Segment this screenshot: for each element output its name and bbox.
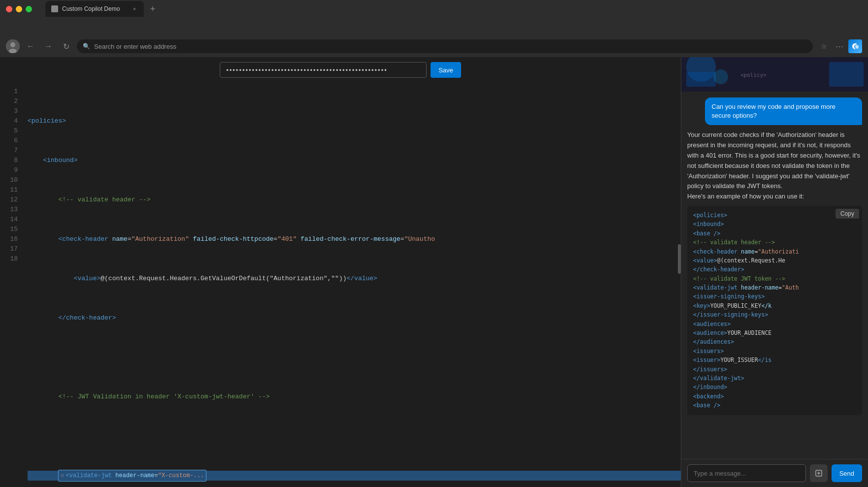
line-number: 7	[0, 146, 24, 156]
chat-messages: Can you review my code and propose more …	[681, 92, 868, 459]
code-block-line: <audience>YOUR_AUDIENCE	[693, 328, 856, 337]
code-content[interactable]: <policies> <inbound> <!-- validate heade…	[24, 83, 681, 487]
svg-rect-7	[829, 62, 864, 87]
tab-favicon	[51, 5, 58, 12]
ai-message-text: Your current code checks if the 'Authori…	[687, 130, 862, 202]
edge-icon	[848, 39, 862, 53]
code-area[interactable]: 1 2 3 4 5 6 7 8 9 10 11 12 13 14 15 16 1…	[0, 83, 681, 487]
code-block-line: <issuer>YOUR_ISSUER</is	[693, 356, 856, 364]
code-line-8: <!-- JWT Validation in header 'X-custom-…	[28, 392, 681, 402]
line-number: 4	[0, 116, 24, 126]
code-block-line: </issuers>	[693, 365, 856, 374]
line-number: 2	[0, 97, 24, 106]
more-button[interactable]: ⋯	[833, 39, 846, 53]
code-block-line: <inbound>	[693, 220, 856, 228]
forward-button[interactable]: →	[41, 39, 55, 53]
svg-point-6	[713, 69, 728, 84]
code-line-4: <check-header name="Authorization" faile…	[28, 234, 681, 244]
address-bar[interactable]: 🔍 Search or enter web address	[77, 39, 813, 53]
line-number: 12	[0, 195, 24, 205]
code-block: Copy <policies> <inbound> <base /> <!-- …	[687, 206, 862, 415]
code-block-line: <base />	[693, 401, 856, 410]
traffic-light-minimize[interactable]	[16, 6, 22, 12]
code-line-9	[28, 431, 681, 441]
scroll-thumb[interactable]	[678, 244, 681, 274]
code-block-line: <!-- validate header -->	[693, 238, 856, 247]
code-block-line: <policies>	[693, 211, 856, 220]
chat-input[interactable]	[687, 464, 806, 482]
code-block-line: <key>YOUR_PUBLIC_KEY</k	[693, 301, 856, 310]
code-editor: Save 1 2 3 4 5 6 7 8 9 10 11 12 13 14 15…	[0, 57, 681, 487]
tab-close-button[interactable]: ×	[131, 5, 138, 12]
code-line-5: <value>@(context.Request.Headers.GetValu…	[28, 274, 681, 284]
code-line-7	[28, 353, 681, 362]
line-number: 10	[0, 175, 24, 185]
line-number: 11	[0, 185, 24, 195]
line-number: 14	[0, 215, 24, 225]
favorites-button[interactable]: ☆	[817, 39, 831, 53]
address-bar-text: Search or enter web address	[94, 43, 176, 50]
svg-point-1	[10, 42, 15, 47]
search-icon: 🔍	[83, 43, 90, 50]
browser-chrome: Custom Copilot Demo × +	[0, 0, 868, 35]
line-number: 6	[0, 136, 24, 146]
code-block-line: <validate-jwt header-name="Auth	[693, 283, 856, 292]
line-number: 18	[0, 254, 24, 264]
new-tab-button[interactable]: +	[146, 2, 160, 16]
avatar	[6, 39, 20, 53]
traffic-light-close[interactable]	[6, 6, 12, 12]
copy-button[interactable]: Copy	[835, 209, 859, 219]
code-block-line: <backend>	[693, 392, 856, 401]
code-block-line: <issuers>	[693, 347, 856, 356]
ai-message: Your current code checks if the 'Authori…	[687, 130, 862, 415]
code-line-10: ☐ <validate-jwt header-name="X-custom-..…	[28, 471, 681, 481]
code-block-line: <!-- validate JWT token -->	[693, 274, 856, 283]
traffic-lights-bar: Custom Copilot Demo × +	[0, 0, 868, 18]
code-block-line: </inbound>	[693, 383, 856, 391]
chat-panel: <policy> Can you review my code and prop…	[681, 57, 868, 487]
line-number: 9	[0, 165, 24, 175]
line-number: 5	[0, 126, 24, 136]
code-block-line: <value>@(context.Request.He	[693, 256, 856, 265]
line-number: 13	[0, 205, 24, 215]
line-numbers: 1 2 3 4 5 6 7 8 9 10 11 12 13 14 15 16 1…	[0, 83, 24, 487]
user-message: Can you review my code and propose more …	[705, 97, 863, 125]
chat-icon-button[interactable]	[810, 464, 828, 482]
line-number: 8	[0, 156, 24, 165]
nav-right-icons: ☆ ⋯	[817, 39, 862, 53]
code-block-line: </validate-jwt>	[693, 374, 856, 383]
tab-title: Custom Copilot Demo	[62, 5, 127, 12]
code-block-line: </check-header>	[693, 265, 856, 274]
browser-tab-active[interactable]: Custom Copilot Demo ×	[45, 1, 144, 17]
code-line-1: <policies>	[28, 116, 681, 126]
back-button[interactable]: ←	[24, 39, 37, 53]
code-line-2: <inbound>	[28, 156, 681, 165]
save-button[interactable]: Save	[431, 62, 461, 78]
code-block-line: <base />	[693, 229, 856, 238]
api-key-input[interactable]	[220, 62, 427, 78]
send-button[interactable]: Send	[832, 464, 862, 482]
main-content: Save 1 2 3 4 5 6 7 8 9 10 11 12 13 14 15…	[0, 57, 868, 487]
code-line-3: <!-- validate header -->	[28, 195, 681, 205]
line-number: 16	[0, 234, 24, 244]
code-block-line: <issuer-signing-keys>	[693, 292, 856, 301]
line-number: 15	[0, 225, 24, 234]
navigation-bar: ← → ↻ 🔍 Search or enter web address ☆ ⋯	[0, 35, 868, 57]
code-block-line: <check-header name="Authorizati	[693, 247, 856, 256]
code-block-line: </audiences>	[693, 337, 856, 346]
svg-rect-5	[686, 72, 716, 87]
code-block-line: </issuer-signing-keys>	[693, 310, 856, 319]
chat-input-area: Send	[681, 459, 868, 487]
line-number: 17	[0, 244, 24, 254]
refresh-button[interactable]: ↻	[59, 39, 73, 53]
save-bar: Save	[0, 57, 681, 83]
code-line-6: </check-header>	[28, 313, 681, 323]
traffic-light-maximize[interactable]	[26, 6, 32, 12]
svg-text:<policy>: <policy>	[740, 72, 767, 78]
line-number: 3	[0, 106, 24, 116]
line-number: 1	[0, 87, 24, 97]
code-block-line: <audiences>	[693, 320, 856, 328]
chat-header-image: <policy>	[681, 57, 868, 92]
